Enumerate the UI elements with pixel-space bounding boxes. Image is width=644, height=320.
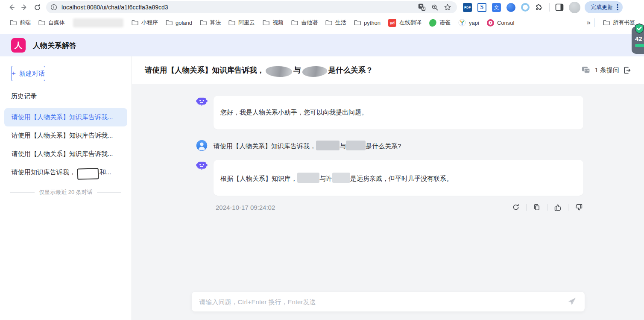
bookmark-yapi[interactable]: yapi (454, 17, 483, 28)
back-button[interactable] (5, 1, 18, 14)
bookmark-star-icon[interactable] (442, 2, 453, 12)
send-icon[interactable] (567, 297, 577, 307)
bookmark-label: 自媒体 (48, 19, 65, 26)
kebab-menu-icon[interactable] (617, 4, 618, 11)
chrome-update-button[interactable]: 完成更新 (585, 1, 623, 13)
refresh-icon (34, 4, 41, 11)
bookmark-label: 在线翻译 (399, 19, 422, 26)
user-question-text: 是什么关系? (366, 142, 401, 150)
bookmark-label: 生活 (335, 19, 346, 26)
folder-icon (228, 20, 235, 26)
bookmark-label: goland (176, 20, 192, 26)
bookmark-label: yapi (469, 20, 479, 26)
bookmark-label: 阿里云 (238, 19, 255, 26)
export-icon[interactable] (623, 66, 631, 74)
profile-avatar[interactable] (569, 2, 580, 13)
ring-extension-icon[interactable] (521, 3, 530, 12)
redacted-name (266, 66, 292, 77)
site-info-icon[interactable] (49, 2, 59, 12)
bookmark-folder[interactable]: 自媒体 (35, 17, 69, 28)
history-item-label: 和... (100, 168, 111, 176)
folder-icon (38, 20, 45, 26)
divider-line (97, 192, 121, 193)
redacted-name (316, 141, 340, 150)
thumbs-down-button[interactable] (574, 203, 583, 212)
youdao-icon: yd (388, 19, 396, 27)
folder-icon (166, 20, 173, 26)
bot-message-text: 您好，我是人物关系小助手，您可以向我提出问题。 (220, 109, 368, 116)
user-message-text: 请使用【人物关系】知识库告诉我，与是什么关系? (214, 141, 401, 150)
history-item-1[interactable]: 请使用【人物关系】知识库告诉我... (4, 108, 127, 126)
bookmark-folder[interactable]: 吉他谱 (287, 17, 322, 28)
yuque-icon (429, 18, 437, 27)
user-message-row: 请使用【人物关系】知识库告诉我，与是什么关系? (196, 140, 583, 151)
translate-page-icon[interactable] (417, 2, 427, 12)
message-input-box[interactable] (192, 292, 585, 311)
consul-icon (487, 19, 494, 26)
message-timestamp: 2024-10-17 09:24:02 (214, 204, 275, 211)
folder-icon (263, 20, 269, 26)
history-item-label: 请使用【人物关系】知识库告诉我... (12, 113, 113, 121)
bookmark-yuque[interactable]: 语雀 (425, 17, 454, 28)
bookmark-folder[interactable]: 视频 (259, 17, 287, 28)
action-divider (547, 204, 547, 211)
bookmarks-right-group: » 所有书签 (587, 17, 641, 28)
back-arrow-icon (8, 3, 15, 11)
history-item-3[interactable]: 请使用【人物关系】知识库告诉我... (4, 145, 127, 163)
bookmark-folder[interactable]: 前端 (6, 17, 35, 28)
folder-icon (200, 20, 207, 26)
bookmark-folder[interactable]: 生活 (322, 17, 350, 28)
bookmark-folder[interactable]: python (350, 17, 384, 28)
history-item-2[interactable]: 请使用【人物关系】知识库告诉我... (4, 126, 127, 145)
url-text: localhost:8080/ui/chat/a1f6ccffa3a89cd3 (61, 4, 414, 11)
bookmarks-overflow-chevron[interactable]: » (587, 18, 590, 27)
bot-message-bubble: 您好，我是人物关系小助手，您可以向我提出问题。 (214, 96, 583, 129)
history-item-label: 请使用【人物关系】知识库告诉我... (12, 132, 113, 140)
bookmark-folder[interactable]: 小程序 (128, 17, 162, 28)
bot-answer-text: 是远房亲戚，但平时几乎没有联系。 (350, 175, 453, 182)
progress-bar-fill (635, 44, 644, 47)
translate-extension-icon[interactable]: 文 (492, 3, 501, 12)
bookmark-youdao[interactable]: yd 在线翻译 (384, 17, 425, 28)
zoom-page-icon[interactable] (430, 2, 440, 12)
bookmark-label: python (364, 20, 381, 26)
bot-message-row: 您好，我是人物关系小助手，您可以向我提出问题。 (196, 96, 583, 129)
history-title: 历史记录 (11, 92, 120, 100)
history-item-4[interactable]: 请使用知识库告诉我，和... (4, 163, 127, 182)
message-input[interactable] (199, 298, 562, 305)
bot-message-bubble: 根据【人物关系】知识库，与许是远房亲戚，但平时几乎没有联系。 (214, 160, 583, 196)
bookmark-consul[interactable]: Consul (483, 17, 518, 28)
history-item-label: 请使用知识库告诉我， (12, 168, 76, 176)
refresh-button[interactable] (31, 1, 44, 14)
bookmark-label: 小程序 (141, 19, 158, 26)
chat-count-icon (582, 66, 591, 74)
folder-icon (132, 20, 138, 26)
thumbs-up-button[interactable] (553, 203, 562, 212)
app-title: 人物关系解答 (33, 41, 76, 50)
all-bookmarks[interactable]: 所有书签 (599, 17, 639, 28)
user-question-text: 与 (340, 142, 346, 150)
copy-button[interactable] (532, 203, 542, 212)
app-logo: 人 (11, 38, 26, 53)
forward-button[interactable] (18, 1, 31, 14)
regenerate-button[interactable] (511, 203, 521, 212)
extensions-puzzle-icon[interactable] (535, 3, 544, 12)
bookmark-folder[interactable]: 算法 (196, 17, 225, 28)
user-question-text: 请使用【人物关系】知识库告诉我， (214, 142, 316, 150)
redacted-name (77, 168, 99, 179)
update-progress-widget[interactable]: 42 % (632, 26, 644, 54)
side-panel-icon[interactable] (555, 3, 564, 11)
pdf-extension-icon[interactable]: PDF (463, 3, 472, 12)
blue-circle-extension-icon[interactable] (506, 3, 515, 12)
question-count: 1 条提问 (594, 66, 619, 74)
bookmarks-bar: 前端 自媒体 小程序 goland 算法 阿里云 视频 吉他谱 (0, 15, 644, 31)
url-bar[interactable]: localhost:8080/ui/chat/a1f6ccffa3a89cd3 (46, 1, 457, 13)
s-extension-icon[interactable]: S (477, 3, 486, 12)
user-avatar-icon (196, 140, 208, 151)
new-chat-button[interactable]: + 新建对话 (11, 66, 45, 81)
sidebar: + 新建对话 历史记录 请使用【人物关系】知识库告诉我... 请使用【人物关系】… (0, 56, 132, 320)
bookmark-folder[interactable]: goland (162, 17, 196, 28)
bookmark-label: 语雀 (439, 19, 451, 26)
bookmark-folder[interactable]: 阿里云 (225, 17, 259, 28)
message-list[interactable]: 您好，我是人物关系小助手，您可以向我提出问题。 请使用【人物关系】知识库告诉我，… (132, 84, 644, 292)
